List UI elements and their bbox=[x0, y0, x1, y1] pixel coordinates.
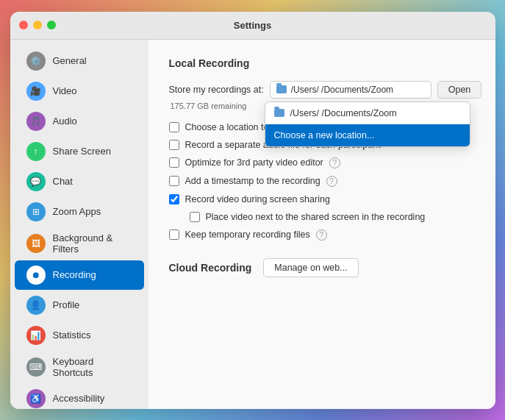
sidebar-item-audio[interactable]: 🎵Audio bbox=[15, 107, 144, 136]
keyboard-icon: ⌨ bbox=[26, 357, 46, 377]
dropdown-item-0[interactable]: /Users/ /Documents/Zoom bbox=[265, 102, 470, 124]
sidebar-label-recording: Recording bbox=[53, 269, 96, 280]
sidebar-item-keyboard[interactable]: ⌨Keyboard Shortcuts bbox=[15, 351, 144, 383]
sidebar: ⚙️General🎥Video🎵Audio↑Share Screen💬Chat⊞… bbox=[10, 40, 148, 409]
sidebar-label-accessibility: Accessibility bbox=[53, 393, 105, 404]
window-title: Settings bbox=[234, 20, 271, 31]
sidebar-item-general[interactable]: ⚙️General bbox=[15, 46, 144, 76]
video-icon: 🎥 bbox=[26, 82, 46, 101]
sidebar-item-accessibility[interactable]: ♿Accessibility bbox=[15, 384, 144, 409]
sidebar-label-zoom-apps: Zoom Apps bbox=[53, 206, 101, 217]
help-icon-optimize[interactable]: ? bbox=[329, 157, 340, 168]
folder-icon bbox=[274, 109, 284, 117]
store-label: Store my recordings at: bbox=[169, 85, 264, 95]
titlebar: Settings bbox=[10, 12, 495, 40]
help-icon-timestamp[interactable]: ? bbox=[326, 176, 337, 187]
checkbox-keep-temp[interactable] bbox=[169, 229, 179, 240]
main-panel: Local Recording Store my recordings at: … bbox=[148, 40, 495, 409]
audio-icon: 🎵 bbox=[26, 112, 46, 131]
checkbox-record-video-screen[interactable] bbox=[169, 194, 179, 204]
cloud-recording-row: Cloud Recording Manage on web... bbox=[169, 258, 475, 277]
sidebar-label-profile: Profile bbox=[53, 299, 80, 310]
label-keep-temp: Keep temporary recording files bbox=[185, 229, 310, 240]
sidebar-label-statistics: Statistics bbox=[53, 330, 91, 341]
label-place-video: Place video next to the shared screen in… bbox=[206, 212, 426, 222]
sidebar-item-statistics[interactable]: 📊Statistics bbox=[15, 321, 144, 350]
option-record-video-screen: Record video during screen sharing bbox=[169, 194, 475, 204]
sidebar-label-keyboard: Keyboard Shortcuts bbox=[53, 356, 132, 378]
dropdown-item-1[interactable]: Choose a new location... bbox=[265, 124, 470, 146]
folder-icon bbox=[276, 85, 287, 93]
sidebar-label-background: Background & Filters bbox=[53, 232, 132, 255]
cloud-recording-title: Cloud Recording bbox=[169, 262, 252, 274]
option-optimize-3rd: Optimize for 3rd party video editor ? bbox=[169, 157, 475, 168]
recording-icon: ⏺ bbox=[26, 266, 46, 285]
statistics-icon: 📊 bbox=[26, 326, 46, 345]
general-icon: ⚙️ bbox=[26, 51, 46, 71]
label-timestamp: Add a timestamp to the recording bbox=[185, 176, 320, 186]
path-field[interactable]: /Users/ /Documents/Zoom bbox=[270, 81, 431, 99]
main-content: ⚙️General🎥Video🎵Audio↑Share Screen💬Chat⊞… bbox=[10, 40, 495, 409]
checkbox-timestamp[interactable] bbox=[169, 176, 179, 186]
maximize-button[interactable] bbox=[47, 21, 56, 29]
chat-icon: 💬 bbox=[26, 172, 46, 191]
checkbox-optimize-3rd[interactable] bbox=[169, 157, 179, 168]
accessibility-icon: ♿ bbox=[26, 389, 46, 408]
sidebar-item-background[interactable]: 🖼Background & Filters bbox=[15, 227, 144, 260]
checkbox-record-separate[interactable] bbox=[169, 140, 179, 150]
close-button[interactable] bbox=[19, 21, 28, 29]
open-button[interactable]: Open bbox=[437, 81, 482, 99]
sidebar-label-video: Video bbox=[53, 85, 77, 96]
sidebar-label-share-screen: Share Screen bbox=[53, 146, 112, 157]
checkbox-choose-location[interactable] bbox=[169, 122, 179, 132]
option-timestamp: Add a timestamp to the recording ? bbox=[169, 176, 475, 187]
store-row: Store my recordings at: /Users/ /Documen… bbox=[169, 81, 475, 99]
sidebar-item-video[interactable]: 🎥Video bbox=[15, 76, 144, 106]
sidebar-item-share-screen[interactable]: ↑Share Screen bbox=[15, 137, 144, 166]
label-optimize-3rd: Optimize for 3rd party video editor bbox=[185, 157, 323, 168]
checkbox-place-video[interactable] bbox=[190, 212, 200, 222]
background-icon: 🖼 bbox=[26, 234, 46, 253]
help-icon-keep-temp[interactable]: ? bbox=[316, 229, 327, 241]
manage-on-web-button[interactable]: Manage on web... bbox=[263, 258, 358, 277]
profile-icon: 👤 bbox=[26, 296, 46, 315]
option-place-video: Place video next to the shared screen in… bbox=[190, 212, 475, 222]
dropdown-menu: /Users/ /Documents/ZoomChoose a new loca… bbox=[265, 102, 470, 147]
sidebar-item-zoom-apps[interactable]: ⊞Zoom Apps bbox=[15, 197, 144, 227]
sidebar-label-general: General bbox=[53, 55, 87, 66]
sidebar-item-profile[interactable]: 👤Profile bbox=[15, 291, 144, 320]
option-keep-temp: Keep temporary recording files ? bbox=[169, 229, 475, 241]
zoom-apps-icon: ⊞ bbox=[26, 202, 46, 221]
minimize-button[interactable] bbox=[33, 21, 42, 29]
sidebar-item-recording[interactable]: ⏺Recording bbox=[15, 260, 144, 290]
dropdown-item-label: /Users/ /Documents/Zoom bbox=[290, 108, 397, 118]
sidebar-label-audio: Audio bbox=[53, 115, 77, 127]
share-screen-icon: ↑ bbox=[26, 142, 46, 161]
settings-window: Settings ⚙️General🎥Video🎵Audio↑Share Scr… bbox=[10, 12, 495, 409]
label-record-video-screen: Record video during screen sharing bbox=[185, 194, 330, 204]
local-recording-title: Local Recording bbox=[169, 57, 475, 69]
sidebar-item-chat[interactable]: 💬Chat bbox=[15, 167, 144, 196]
path-value: /Users/ /Documents/Zoom bbox=[291, 85, 393, 95]
dropdown-item-label: Choose a new location... bbox=[274, 130, 375, 140]
titlebar-buttons bbox=[19, 21, 56, 29]
sidebar-label-chat: Chat bbox=[53, 176, 73, 187]
